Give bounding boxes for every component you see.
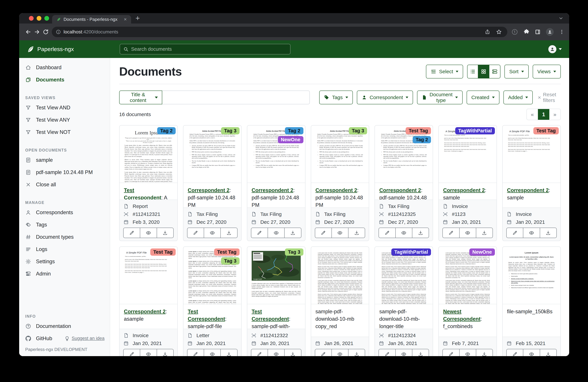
tag-badge[interactable]: Test Tag [533,127,559,134]
download-button[interactable] [348,228,365,238]
grid-view-button[interactable] [478,65,489,79]
list-view-button[interactable] [467,65,478,79]
sidebar-item-github[interactable]: GitHubSuggest an idea [19,332,110,344]
site-info-icon[interactable] [56,29,61,34]
tag-badge[interactable]: Test Tag [150,248,176,256]
title-content-input[interactable] [162,91,310,104]
select-button[interactable]: Select [426,65,463,79]
document-thumbnail[interactable]: Adobe Acrobat PDF FilesAdobe® Portable D… [375,125,433,183]
tab-search-chevron-icon[interactable] [558,16,564,21]
view-button[interactable] [460,349,476,356]
download-button[interactable] [221,228,237,238]
correspondent-link[interactable]: Correspondent 2 [507,187,549,193]
back-icon[interactable] [24,28,33,36]
share-icon[interactable] [483,28,492,36]
reset-filters-button[interactable]: ×Reset filters [538,92,561,103]
extensions-puzzle-icon[interactable] [524,29,529,35]
edit-button[interactable] [123,228,140,238]
sidebar-item-documentation[interactable]: Documentation [19,320,110,332]
correspondent-link[interactable]: Correspondent 2 [124,309,166,315]
correspondent-link[interactable]: Newest Correspondent [443,309,481,322]
edit-button[interactable] [506,349,523,356]
document-card[interactable]: A Simple PDF FileThis is a small demonst… [119,246,178,356]
correspondent-link[interactable]: Test Correspondent [124,187,161,200]
document-thumbnail[interactable]: Lorem ipsumLorem ipsum dolor sit amet, c… [503,247,560,304]
download-button[interactable] [157,349,174,356]
pagination-next[interactable]: » [549,109,560,120]
document-card[interactable]: Lorem ipsumLorem ipsum dolor sit amet, c… [502,246,561,356]
view-button[interactable] [332,228,348,238]
created-filter-button[interactable]: Created [467,91,499,104]
global-search[interactable] [120,44,291,54]
extension-badge-icon[interactable] [511,29,518,35]
correspondent-filter-button[interactable]: Correspondent [357,91,413,104]
document-card[interactable]: Adobe Acrobat PDF FilesAdobe® Portable D… [311,125,369,241]
document-card[interactable]: A Simple PDF FileThis is a small demonst… [438,125,497,241]
document-card[interactable]: Lorem ipsum dolor sit amet, consectetur … [438,246,497,356]
document-thumbnail[interactable]: Adobe Acrobat PDF FilesAdobe® Portable D… [247,125,305,183]
edit-button[interactable] [187,349,204,356]
tag-badge[interactable]: Tag 3 [221,127,240,134]
download-button[interactable] [412,349,429,356]
document-card[interactable]: Lorem ipsum dolor sit amet, consectetur … [375,246,433,356]
maximize-window-icon[interactable] [44,16,49,21]
download-button[interactable] [157,228,174,238]
pagination-page-1[interactable]: 1 [538,109,549,120]
user-avatar[interactable] [548,45,556,53]
download-button[interactable] [285,349,301,356]
document-thumbnail[interactable]: Lorem Ipsum"Neque porro quisquam est qui… [120,125,177,183]
view-button[interactable] [268,228,285,238]
download-button[interactable] [348,349,365,356]
sidebar-item-close-all[interactable]: Close all [19,178,110,191]
view-button[interactable] [140,228,157,238]
view-button[interactable] [332,349,348,356]
views-button[interactable]: Views [533,65,561,79]
edit-button[interactable] [315,349,332,356]
view-button[interactable] [204,228,221,238]
sidebar-item-logs[interactable]: Logs [19,243,110,255]
sidebar-item-sample[interactable]: sample [19,154,110,166]
correspondent-link[interactable]: Correspondent 2 [252,187,293,193]
tag-badge[interactable]: TagWithPartial [455,127,495,134]
document-type-filter-button[interactable]: Document type [417,91,462,104]
sidebar-item-test-view-any[interactable]: Test View ANY [19,114,110,126]
edit-button[interactable] [315,228,332,238]
download-button[interactable] [476,349,493,356]
download-button[interactable] [540,228,557,238]
user-menu[interactable] [548,45,562,53]
document-card[interactable]: Lorem Ipsum is simply dummy text of the … [183,246,242,356]
minimize-window-icon[interactable] [37,16,41,21]
added-filter-button[interactable]: Added [504,91,533,104]
download-button[interactable] [285,228,301,238]
close-window-icon[interactable] [29,16,34,21]
document-thumbnail[interactable]: Adobe Acrobat PDF FilesAdobe® Portable D… [183,125,241,183]
correspondent-link[interactable]: Test Correspondent [252,309,289,322]
document-thumbnail[interactable]: Lorem Ipsum is simply dummy text of the … [183,247,241,304]
sidebar-item-tags[interactable]: Tags [19,219,110,231]
view-button[interactable] [396,349,412,356]
view-button[interactable] [523,228,540,238]
browser-menu-dots-icon[interactable] [559,29,565,35]
browser-tab[interactable]: Documents - Paperless-ngx × [52,15,131,23]
download-button[interactable] [540,349,557,356]
correspondent-link[interactable]: Correspondent 2 [315,187,357,193]
correspondent-link[interactable]: Correspondent 2 [443,187,485,193]
document-thumbnail[interactable]: Lorem ipsum dolor sit amet, consectetur … [375,247,433,304]
edit-button[interactable] [123,349,140,356]
document-thumbnail[interactable]: Adobe Acrobat PDF FilesAdobe® Portable D… [311,125,369,183]
pagination-prev[interactable]: « [527,109,538,120]
edit-button[interactable] [251,228,268,238]
document-card[interactable]: Adobe Acrobat PDF FilesAdobe® Portable D… [183,125,242,241]
edit-button[interactable] [442,349,460,356]
document-thumbnail[interactable]: Google EarthCurabitur bibendum ante urna… [247,247,305,304]
edit-button[interactable] [506,228,523,238]
reload-icon[interactable] [41,28,50,36]
edit-button[interactable] [187,228,204,238]
sidebar-item-correspondents[interactable]: Correspondents [19,206,110,219]
view-button[interactable] [523,349,540,356]
document-card[interactable]: Google EarthCurabitur bibendum ante urna… [247,246,305,356]
search-input[interactable] [131,46,287,52]
document-thumbnail[interactable]: A Simple PDF FileThis is a small demonst… [503,125,560,183]
document-card[interactable]: Adobe Acrobat PDF FilesAdobe® Portable D… [247,125,305,241]
sidebar-item-dashboard[interactable]: Dashboard [19,61,110,74]
